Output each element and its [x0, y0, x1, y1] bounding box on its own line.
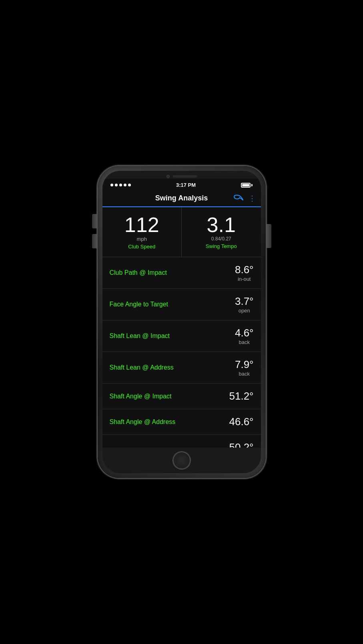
status-time: 3:17 PM: [176, 182, 196, 188]
battery-fill: [242, 184, 249, 186]
swing-tempo-block: 3.1 0.84/0.27 Swing Tempo: [182, 207, 261, 257]
metric-value-dynamic-loft: 50.2°: [229, 441, 253, 448]
app-header: Swing Analysis ⋮: [102, 190, 261, 207]
main-stats-panel: 112 mph Club Speed 3.1 0.84/0.27 Swing T…: [102, 207, 261, 257]
metric-row: Shaft Angle @ Impact 51.2°: [102, 384, 261, 409]
swing-tempo-value: 3.1: [187, 214, 256, 235]
home-button-area: [102, 448, 261, 473]
club-speed-block: 112 mph Club Speed: [102, 207, 182, 257]
phone-screen: 3:17 PM Swing Analysis ⋮: [102, 171, 261, 473]
speaker-bar: [173, 175, 197, 178]
metric-sub-shaft-lean-address: back: [235, 371, 254, 377]
volume-down-button[interactable]: [92, 234, 98, 248]
metric-sub-shaft-lean-impact: back: [235, 339, 254, 345]
metric-label-club-path[interactable]: Club Path @ Impact: [110, 269, 167, 276]
metric-row: Shaft Angle @ Address 46.6°: [102, 409, 261, 435]
signal-dot: [115, 184, 118, 186]
metric-value-shaft-angle-impact: 51.2°: [229, 390, 253, 402]
signal-dot: [110, 184, 113, 186]
metric-sub-club-path: in-out: [235, 276, 254, 282]
home-button[interactable]: [173, 452, 191, 469]
camera-dot: [166, 175, 170, 178]
metric-value-shaft-lean-impact: 4.6°: [235, 327, 254, 339]
battery-icon: [241, 183, 253, 188]
metric-label-shaft-angle-address[interactable]: Shaft Angle @ Address: [110, 418, 176, 426]
metric-row: Dynamic Loft 50.2° +5.2: [102, 435, 261, 448]
menu-dots-icon[interactable]: ⋮: [249, 194, 256, 203]
metric-label-shaft-lean-address[interactable]: Shaft Lean @ Address: [110, 364, 174, 371]
metric-value-shaft-angle-address: 46.6°: [229, 416, 253, 428]
metric-row: Shaft Lean @ Impact 4.6° back: [102, 320, 261, 352]
battery-body: [241, 183, 251, 188]
club-speed-unit: mph: [107, 236, 177, 242]
phone-frame: 3:17 PM Swing Analysis ⋮: [98, 166, 266, 478]
volume-up-button[interactable]: [92, 214, 98, 228]
signal-dot: [119, 184, 122, 186]
power-button[interactable]: [266, 224, 271, 248]
metric-value-club-path: 8.6°: [235, 264, 254, 276]
metric-value-block: 8.6° in-out: [235, 264, 254, 282]
metric-sub-face-angle: open: [235, 308, 254, 314]
swing-tempo-label[interactable]: Swing Tempo: [187, 243, 256, 249]
metric-value-block: 7.9° back: [235, 358, 254, 377]
metric-label-shaft-angle-impact[interactable]: Shaft Angle @ Impact: [110, 393, 172, 400]
metric-row: Club Path @ Impact 8.6° in-out: [102, 257, 261, 289]
metrics-list: Club Path @ Impact 8.6° in-out Face Angl…: [102, 257, 261, 448]
club-speed-value: 112: [107, 214, 177, 235]
metric-value-face-angle: 3.7°: [235, 295, 254, 308]
header-icons: ⋮: [233, 194, 256, 203]
metric-value-block: 46.6°: [229, 416, 253, 428]
phone-top-bar: [102, 171, 261, 182]
metric-row: Face Angle to Target 3.7° open: [102, 289, 261, 320]
metric-value-block: 4.6° back: [235, 327, 254, 345]
signal-dot: [124, 184, 126, 186]
metric-value-block: 50.2° +5.2: [229, 441, 253, 448]
metric-value-block: 51.2°: [229, 390, 253, 402]
battery-tip: [251, 184, 253, 186]
signal-dot: [128, 184, 131, 186]
swing-tempo-sub: 0.84/0.27: [187, 236, 256, 242]
golf-club-icon[interactable]: [233, 194, 244, 203]
signal-dots: [110, 184, 131, 186]
app-title: Swing Analysis: [155, 194, 208, 202]
metric-value-block: 3.7° open: [235, 295, 254, 314]
metric-label-face-angle[interactable]: Face Angle to Target: [110, 301, 168, 308]
metric-value-shaft-lean-address: 7.9°: [235, 358, 254, 371]
club-speed-label[interactable]: Club Speed: [107, 244, 177, 250]
metric-row: Shaft Lean @ Address 7.9° back: [102, 352, 261, 384]
metric-label-shaft-lean-impact[interactable]: Shaft Lean @ Impact: [110, 332, 170, 340]
